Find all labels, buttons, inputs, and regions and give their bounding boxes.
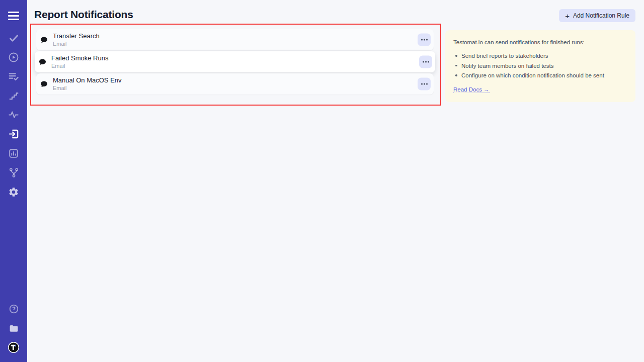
folder-icon[interactable]: [7, 322, 20, 335]
rule-channel: Email: [51, 63, 108, 69]
notification-rules-list: Transfer Search Email Failed Smoke Runs …: [36, 29, 434, 96]
info-bullet: Configure on which condition notificatio…: [455, 72, 627, 78]
rule-title: Transfer Search: [53, 33, 100, 40]
info-bullet-list: Send brief reports to stakeholders Notif…: [455, 53, 627, 78]
info-bullet: Notify team members on failed tests: [455, 63, 627, 69]
add-notification-rule-button[interactable]: + Add Notification Rule: [559, 9, 635, 22]
rule-title: Failed Smoke Runs: [51, 55, 108, 62]
notifications-info-panel: Testomat.io can send notifications for f…: [445, 30, 635, 102]
rule-channel: Email: [53, 85, 122, 92]
info-intro-text: Testomat.io can send notifications for f…: [453, 39, 627, 45]
info-bullet: Send brief reports to stakeholders: [455, 53, 627, 59]
branch-icon[interactable]: [7, 166, 20, 179]
check-icon[interactable]: [7, 31, 20, 44]
page-title: Report Notifications: [34, 9, 133, 21]
chat-bubble-icon: [38, 58, 47, 66]
rule-channel: Email: [53, 41, 100, 47]
list-check-icon[interactable]: [7, 70, 20, 83]
steps-icon[interactable]: [7, 89, 20, 102]
rule-row-transfer-search[interactable]: Transfer Search Email: [36, 29, 434, 50]
chat-bubble-icon: [40, 80, 48, 88]
play-circle-icon[interactable]: [7, 51, 20, 64]
rule-more-actions-button[interactable]: [419, 56, 432, 68]
rule-row-failed-smoke-runs[interactable]: Failed Smoke Runs Email: [35, 51, 435, 72]
read-docs-link[interactable]: Read Docs →: [453, 86, 490, 93]
gear-icon[interactable]: [7, 186, 20, 199]
plus-icon: +: [565, 12, 570, 20]
sign-in-icon[interactable]: [7, 127, 20, 140]
rule-more-actions-button[interactable]: [418, 78, 431, 90]
sidebar: [0, 0, 27, 362]
activity-icon[interactable]: [7, 108, 20, 121]
chat-bubble-icon: [40, 36, 48, 44]
help-icon[interactable]: [7, 302, 20, 315]
rule-more-actions-button[interactable]: [418, 34, 431, 46]
menu-icon[interactable]: [7, 9, 20, 22]
add-button-label: Add Notification Rule: [573, 12, 629, 19]
rule-title: Manual On MacOS Env: [53, 77, 122, 84]
testomat-logo[interactable]: [7, 341, 20, 354]
rule-row-manual-on-macos-env[interactable]: Manual On MacOS Env Email: [36, 73, 434, 95]
bar-chart-icon[interactable]: [7, 147, 20, 160]
